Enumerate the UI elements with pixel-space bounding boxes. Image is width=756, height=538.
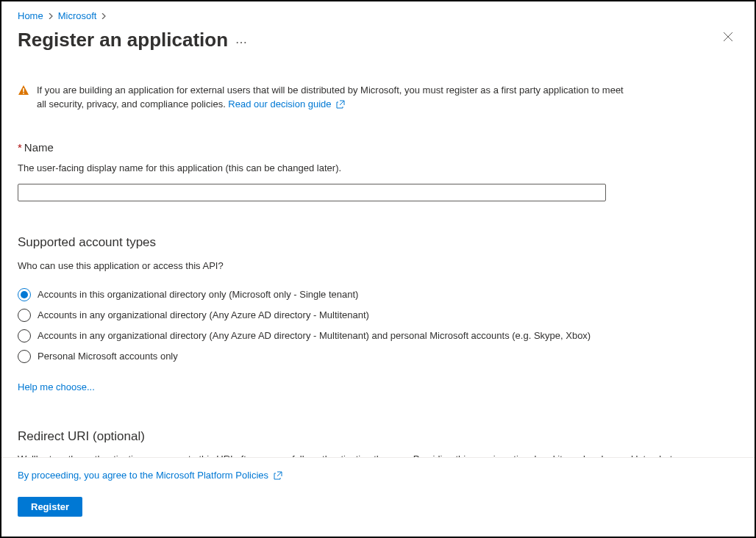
close-button[interactable] (722, 31, 737, 46)
more-actions-button[interactable]: ⋯ (235, 31, 247, 49)
title-row: Register an application ⋯ (18, 29, 738, 51)
footer: By proceeding, you agree to the Microsof… (1, 457, 755, 537)
radio-multitenant-personal[interactable]: Accounts in any organizational directory… (18, 326, 738, 346)
chevron-right-icon (48, 12, 54, 21)
name-label: Name (24, 141, 54, 154)
redirect-uri-heading: Redirect URI (optional) (18, 429, 738, 444)
radio-label: Accounts in any organizational directory… (38, 309, 369, 320)
breadcrumb-microsoft[interactable]: Microsoft (58, 10, 97, 21)
radio-personal-only[interactable]: Personal Microsoft accounts only (18, 346, 738, 367)
breadcrumb-home[interactable]: Home (18, 10, 43, 21)
radio-icon (18, 350, 31, 363)
page-title: Register an application (18, 29, 228, 51)
main-scroll-area[interactable]: Home Microsoft Register an application ⋯… (1, 1, 755, 457)
name-label-row: *Name (18, 141, 738, 154)
radio-multitenant[interactable]: Accounts in any organizational directory… (18, 305, 738, 326)
register-button[interactable]: Register (18, 497, 82, 517)
radio-single-tenant[interactable]: Accounts in this organizational director… (18, 284, 738, 305)
platform-policies-link[interactable]: By proceeding, you agree to the Microsof… (18, 470, 282, 481)
radio-icon (18, 329, 31, 342)
warning-banner-text: If you are building an application for e… (37, 84, 635, 113)
radio-label: Personal Microsoft accounts only (38, 351, 178, 362)
decision-guide-link[interactable]: Read our decision guide (228, 98, 345, 110)
svg-rect-1 (23, 93, 24, 94)
radio-icon (18, 309, 31, 322)
help-me-choose-link[interactable]: Help me choose... (18, 381, 95, 392)
breadcrumb: Home Microsoft (18, 9, 738, 27)
required-indicator: * (18, 141, 22, 154)
external-link-icon (274, 471, 282, 482)
radio-label: Accounts in this organizational director… (38, 289, 358, 300)
chevron-right-icon (101, 12, 107, 21)
account-types-heading: Supported account types (18, 235, 738, 250)
warning-banner: If you are building an application for e… (18, 84, 738, 113)
account-types-radio-group: Accounts in this organizational director… (18, 284, 738, 367)
svg-rect-0 (23, 88, 24, 92)
account-types-question: Who can use this application or access t… (18, 260, 738, 271)
radio-label: Accounts in any organizational directory… (38, 330, 591, 341)
warning-icon (18, 85, 29, 96)
name-help-text: The user-facing display name for this ap… (18, 162, 738, 173)
name-input[interactable] (18, 184, 606, 201)
radio-icon (18, 288, 31, 301)
external-link-icon (336, 99, 345, 113)
